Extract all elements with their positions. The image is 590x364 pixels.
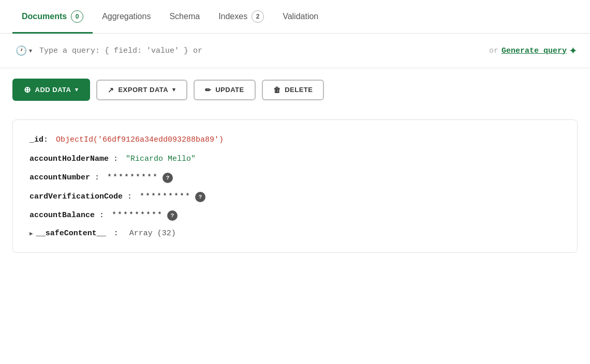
- field-safe-content: ▶ __safeContent__ : Array (32): [30, 229, 561, 238]
- add-data-icon: ⊕: [24, 85, 31, 95]
- document-card: _id : ObjectId('66df9126a34edd093288ba89…: [12, 119, 578, 253]
- tab-schema-label: Schema: [169, 12, 200, 21]
- tabs-bar: Documents 0 Aggregations Schema Indexes …: [0, 0, 590, 34]
- field-account-holder-value: "Ricardo Mello": [126, 154, 196, 165]
- export-data-icon: ↗: [108, 86, 114, 94]
- tab-validation-label: Validation: [283, 12, 318, 21]
- field-safe-content-key: __safeContent__: [36, 229, 106, 238]
- field-card-verification: cardVerificationCode : ********* ?: [30, 191, 561, 203]
- field-id-key: _id: [30, 134, 43, 146]
- document-area: _id : ObjectId('66df9126a34edd093288ba89…: [0, 111, 590, 261]
- update-label: UPDATE: [215, 86, 244, 94]
- actions-bar: ⊕ ADD DATA ▾ ↗ EXPORT DATA ▾ ✏ UPDATE 🗑 …: [0, 68, 590, 111]
- query-input[interactable]: [39, 47, 489, 55]
- field-account-balance-key: accountBalance: [30, 210, 95, 222]
- clock-icon: 🕐: [16, 45, 27, 56]
- field-account-number-value: *********: [107, 172, 158, 184]
- tab-documents-badge: 0: [71, 10, 83, 23]
- tab-documents-label: Documents: [22, 12, 67, 21]
- tab-indexes[interactable]: Indexes 2: [209, 0, 273, 34]
- field-account-holder-key: accountHolderName: [30, 154, 109, 165]
- add-data-button[interactable]: ⊕ ADD DATA ▾: [12, 79, 90, 101]
- chevron-down-icon: ▾: [29, 47, 32, 54]
- tab-validation[interactable]: Validation: [273, 2, 328, 32]
- field-id: _id : ObjectId('66df9126a34edd093288ba89…: [30, 134, 561, 146]
- tab-indexes-label: Indexes: [218, 12, 247, 21]
- tab-aggregations[interactable]: Aggregations: [93, 2, 160, 32]
- delete-icon: 🗑: [273, 86, 281, 94]
- tab-aggregations-label: Aggregations: [102, 12, 151, 21]
- query-history-button[interactable]: 🕐 ▾: [12, 43, 35, 58]
- export-data-label: EXPORT DATA: [118, 86, 168, 94]
- tab-documents[interactable]: Documents 0: [12, 0, 93, 34]
- query-bar: 🕐 ▾ or Generate query ✦: [0, 34, 590, 68]
- account-balance-help-icon[interactable]: ?: [167, 210, 178, 221]
- add-data-chevron-icon: ▾: [75, 86, 79, 93]
- expand-arrow-icon: ▶: [30, 230, 33, 237]
- export-data-button[interactable]: ↗ EXPORT DATA ▾: [96, 80, 187, 100]
- delete-label: DELETE: [285, 86, 313, 94]
- generate-query-link[interactable]: Generate query: [502, 47, 567, 55]
- tab-schema[interactable]: Schema: [160, 2, 209, 32]
- query-or-text: or: [489, 47, 498, 55]
- safe-content-expand-toggle[interactable]: ▶: [30, 230, 33, 237]
- field-account-balance-value: *********: [112, 210, 163, 222]
- field-account-number: accountNumber : ********* ?: [30, 172, 561, 184]
- card-verification-help-icon[interactable]: ?: [195, 192, 205, 202]
- update-button[interactable]: ✏ UPDATE: [194, 80, 256, 100]
- export-data-chevron-icon: ▾: [172, 86, 176, 93]
- field-account-number-key: accountNumber: [30, 172, 90, 184]
- delete-button[interactable]: 🗑 DELETE: [262, 80, 325, 100]
- field-card-verification-value: *********: [140, 191, 191, 203]
- field-account-balance: accountBalance : ********* ?: [30, 210, 561, 222]
- field-safe-content-value: Array (32): [129, 229, 176, 238]
- tab-indexes-badge: 2: [252, 10, 264, 23]
- sparkle-icon: ✦: [569, 44, 578, 57]
- account-number-help-icon[interactable]: ?: [163, 173, 173, 183]
- field-card-verification-key: cardVerificationCode: [30, 191, 123, 203]
- update-icon: ✏: [205, 86, 212, 94]
- field-account-holder: accountHolderName : "Ricardo Mello": [30, 154, 561, 165]
- field-id-value: ObjectId('66df9126a34edd093288ba89'): [56, 134, 224, 146]
- add-data-label: ADD DATA: [35, 86, 71, 94]
